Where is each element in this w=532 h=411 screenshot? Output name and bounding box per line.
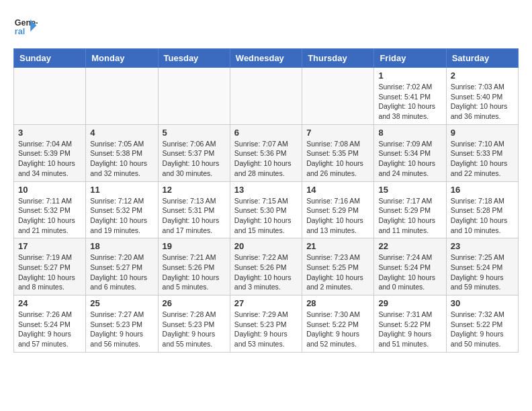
day-info: Sunrise: 7:21 AM Sunset: 5:26 PM Dayligh… (163, 253, 226, 292)
calendar-day-cell (86, 68, 158, 125)
calendar-day-cell: 18Sunrise: 7:20 AM Sunset: 5:27 PM Dayli… (86, 238, 158, 295)
day-number: 27 (234, 298, 298, 308)
day-number: 11 (90, 185, 153, 195)
calendar-body: 1Sunrise: 7:02 AM Sunset: 5:41 PM Daylig… (14, 68, 519, 353)
calendar-day-cell (302, 68, 374, 125)
page-header: Gene- ral (13, 13, 519, 38)
weekday-header: Sunday (14, 49, 86, 68)
calendar-week-row: 1Sunrise: 7:02 AM Sunset: 5:41 PM Daylig… (14, 68, 519, 125)
calendar-day-cell: 11Sunrise: 7:12 AM Sunset: 5:32 PM Dayli… (86, 181, 158, 238)
calendar-day-cell (158, 68, 230, 125)
day-info: Sunrise: 7:07 AM Sunset: 5:36 PM Dayligh… (234, 139, 298, 179)
weekday-header: Thursday (302, 49, 374, 68)
day-number: 26 (163, 298, 226, 308)
day-number: 19 (163, 241, 226, 251)
day-info: Sunrise: 7:02 AM Sunset: 5:41 PM Dayligh… (378, 82, 441, 122)
calendar-day-cell (14, 68, 86, 125)
calendar-day-cell (230, 68, 302, 125)
day-number: 22 (378, 241, 441, 251)
day-number: 16 (451, 185, 514, 195)
calendar-day-cell: 23Sunrise: 7:25 AM Sunset: 5:24 PM Dayli… (446, 238, 518, 295)
day-info: Sunrise: 7:16 AM Sunset: 5:29 PM Dayligh… (306, 196, 369, 236)
day-number: 1 (378, 71, 441, 81)
calendar-day-cell: 22Sunrise: 7:24 AM Sunset: 5:24 PM Dayli… (374, 238, 446, 295)
calendar-day-cell: 14Sunrise: 7:16 AM Sunset: 5:29 PM Dayli… (302, 181, 374, 238)
day-number: 8 (378, 128, 441, 138)
day-info: Sunrise: 7:22 AM Sunset: 5:26 PM Dayligh… (234, 253, 298, 292)
day-info: Sunrise: 7:29 AM Sunset: 5:23 PM Dayligh… (234, 310, 298, 349)
logo-icon: Gene- ral (13, 13, 38, 38)
weekday-header: Saturday (446, 49, 518, 68)
calendar-week-row: 3Sunrise: 7:04 AM Sunset: 5:39 PM Daylig… (14, 124, 519, 181)
weekday-header: Wednesday (230, 49, 302, 68)
day-info: Sunrise: 7:23 AM Sunset: 5:25 PM Dayligh… (306, 253, 369, 292)
calendar-day-cell: 13Sunrise: 7:15 AM Sunset: 5:30 PM Dayli… (230, 181, 302, 238)
day-number: 18 (90, 241, 153, 251)
calendar-day-cell: 26Sunrise: 7:28 AM Sunset: 5:23 PM Dayli… (158, 295, 230, 353)
calendar-day-cell: 6Sunrise: 7:07 AM Sunset: 5:36 PM Daylig… (230, 124, 302, 181)
day-info: Sunrise: 7:04 AM Sunset: 5:39 PM Dayligh… (18, 139, 81, 179)
day-info: Sunrise: 7:28 AM Sunset: 5:23 PM Dayligh… (163, 310, 226, 349)
calendar-day-cell: 4Sunrise: 7:05 AM Sunset: 5:38 PM Daylig… (86, 124, 158, 181)
day-info: Sunrise: 7:24 AM Sunset: 5:24 PM Dayligh… (378, 253, 441, 292)
calendar-day-cell: 29Sunrise: 7:31 AM Sunset: 5:22 PM Dayli… (374, 295, 446, 353)
calendar-day-cell: 8Sunrise: 7:09 AM Sunset: 5:34 PM Daylig… (374, 124, 446, 181)
day-number: 29 (378, 298, 441, 308)
svg-text:ral: ral (15, 27, 25, 36)
day-info: Sunrise: 7:27 AM Sunset: 5:23 PM Dayligh… (90, 310, 153, 349)
calendar-day-cell: 15Sunrise: 7:17 AM Sunset: 5:29 PM Dayli… (374, 181, 446, 238)
day-number: 28 (306, 298, 369, 308)
calendar-day-cell: 3Sunrise: 7:04 AM Sunset: 5:39 PM Daylig… (14, 124, 86, 181)
day-number: 23 (451, 241, 514, 251)
day-number: 17 (18, 241, 81, 251)
day-info: Sunrise: 7:26 AM Sunset: 5:24 PM Dayligh… (18, 310, 81, 349)
day-number: 12 (163, 185, 226, 195)
calendar-day-cell: 16Sunrise: 7:18 AM Sunset: 5:28 PM Dayli… (446, 181, 518, 238)
day-number: 24 (18, 298, 81, 308)
day-number: 4 (90, 128, 153, 138)
calendar-day-cell: 25Sunrise: 7:27 AM Sunset: 5:23 PM Dayli… (86, 295, 158, 353)
day-number: 21 (306, 241, 369, 251)
day-number: 3 (18, 128, 81, 138)
weekday-header: Monday (86, 49, 158, 68)
calendar-day-cell: 24Sunrise: 7:26 AM Sunset: 5:24 PM Dayli… (14, 295, 86, 353)
day-number: 30 (451, 298, 514, 308)
day-info: Sunrise: 7:32 AM Sunset: 5:22 PM Dayligh… (451, 310, 514, 349)
day-info: Sunrise: 7:10 AM Sunset: 5:33 PM Dayligh… (451, 139, 514, 179)
calendar-table: SundayMondayTuesdayWednesdayThursdayFrid… (13, 48, 519, 353)
calendar-day-cell: 28Sunrise: 7:30 AM Sunset: 5:22 PM Dayli… (302, 295, 374, 353)
calendar-day-cell: 5Sunrise: 7:06 AM Sunset: 5:37 PM Daylig… (158, 124, 230, 181)
calendar-day-cell: 30Sunrise: 7:32 AM Sunset: 5:22 PM Dayli… (446, 295, 518, 353)
day-number: 10 (18, 185, 81, 195)
calendar-day-cell: 7Sunrise: 7:08 AM Sunset: 5:35 PM Daylig… (302, 124, 374, 181)
day-info: Sunrise: 7:03 AM Sunset: 5:40 PM Dayligh… (451, 82, 514, 122)
day-info: Sunrise: 7:05 AM Sunset: 5:38 PM Dayligh… (90, 139, 153, 179)
day-info: Sunrise: 7:18 AM Sunset: 5:28 PM Dayligh… (451, 196, 514, 236)
day-number: 14 (306, 185, 369, 195)
day-info: Sunrise: 7:30 AM Sunset: 5:22 PM Dayligh… (306, 310, 369, 349)
logo: Gene- ral (13, 13, 40, 38)
calendar-day-cell: 20Sunrise: 7:22 AM Sunset: 5:26 PM Dayli… (230, 238, 302, 295)
day-info: Sunrise: 7:08 AM Sunset: 5:35 PM Dayligh… (306, 139, 369, 179)
day-info: Sunrise: 7:20 AM Sunset: 5:27 PM Dayligh… (90, 253, 153, 292)
day-info: Sunrise: 7:06 AM Sunset: 5:37 PM Dayligh… (163, 139, 226, 179)
day-number: 20 (234, 241, 298, 251)
day-info: Sunrise: 7:11 AM Sunset: 5:32 PM Dayligh… (18, 196, 81, 236)
day-number: 15 (378, 185, 441, 195)
day-info: Sunrise: 7:19 AM Sunset: 5:27 PM Dayligh… (18, 253, 81, 292)
weekday-header: Tuesday (158, 49, 230, 68)
day-info: Sunrise: 7:09 AM Sunset: 5:34 PM Dayligh… (378, 139, 441, 179)
calendar-day-cell: 9Sunrise: 7:10 AM Sunset: 5:33 PM Daylig… (446, 124, 518, 181)
day-info: Sunrise: 7:12 AM Sunset: 5:32 PM Dayligh… (90, 196, 153, 236)
day-info: Sunrise: 7:31 AM Sunset: 5:22 PM Dayligh… (378, 310, 441, 349)
calendar-day-cell: 27Sunrise: 7:29 AM Sunset: 5:23 PM Dayli… (230, 295, 302, 353)
calendar-week-row: 17Sunrise: 7:19 AM Sunset: 5:27 PM Dayli… (14, 238, 519, 295)
day-number: 25 (90, 298, 153, 308)
day-number: 7 (306, 128, 369, 138)
calendar-day-cell: 17Sunrise: 7:19 AM Sunset: 5:27 PM Dayli… (14, 238, 86, 295)
calendar-day-cell: 2Sunrise: 7:03 AM Sunset: 5:40 PM Daylig… (446, 68, 518, 125)
calendar-week-row: 24Sunrise: 7:26 AM Sunset: 5:24 PM Dayli… (14, 295, 519, 353)
day-info: Sunrise: 7:25 AM Sunset: 5:24 PM Dayligh… (451, 253, 514, 292)
day-info: Sunrise: 7:15 AM Sunset: 5:30 PM Dayligh… (234, 196, 298, 236)
day-number: 13 (234, 185, 298, 195)
